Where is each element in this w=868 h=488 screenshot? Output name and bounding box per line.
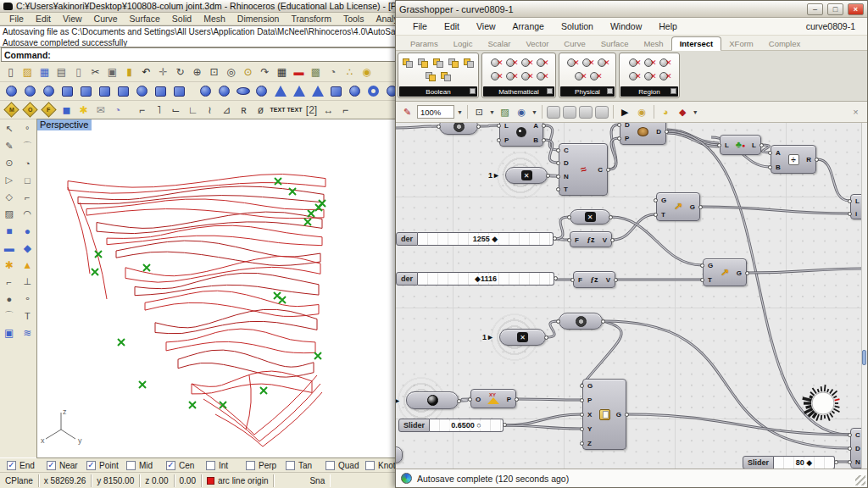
slider-track[interactable]: ◆1116 (418, 272, 554, 286)
zoom-dropdown-icon[interactable]: ▼ (457, 109, 463, 115)
input-pin-P[interactable] (617, 136, 621, 141)
cluster-4-icon[interactable] (595, 106, 609, 119)
sidebar-tool-3-1[interactable]: □ (19, 172, 36, 188)
output-pin-hex-param-2[interactable] (544, 336, 548, 340)
sidebar-tool-5-0[interactable]: ▨ (1, 206, 17, 222)
checkbox-tan[interactable] (286, 461, 295, 470)
sketch-pen-icon[interactable]: ✎ (400, 105, 415, 119)
output-pin-sphere-param[interactable] (457, 399, 461, 403)
named-view-icon[interactable]: ▬ (291, 64, 307, 80)
gh-component-sort-list[interactable]: LL♣● (720, 135, 761, 155)
sidebar-tool-10-1[interactable]: ∘ (19, 291, 36, 307)
gh-component-icon-mathematical-3[interactable]: ✕ (536, 58, 548, 69)
input-pin-L[interactable] (497, 124, 501, 128)
gh-component-icon-boolean-5[interactable] (425, 71, 437, 83)
input-pin-T[interactable] (700, 278, 704, 282)
status-snap[interactable]: Sna (304, 474, 330, 487)
scrollbar-thumb[interactable] (862, 350, 866, 365)
osnap-perp[interactable]: Perp (246, 461, 286, 470)
rhino-menu-tools[interactable]: Tools (337, 14, 370, 24)
gh-component-icon-region-1[interactable]: ✕ (643, 58, 656, 69)
gh-component-evaluate-2[interactable]: FVƒz (573, 271, 615, 288)
dimension-icon-6[interactable]: ʀ (236, 103, 252, 118)
gh-tab-vector[interactable]: Vector (518, 37, 556, 50)
group-expand-icon[interactable] (547, 88, 553, 94)
gh-component-sphere-param[interactable] (406, 391, 459, 409)
export-icon[interactable]: ▯ (70, 64, 86, 80)
solid-primitive-icon-3[interactable] (58, 83, 76, 100)
gh-component-curve-param-a[interactable] (439, 123, 478, 135)
dimension-icon-0[interactable]: ⌐ (134, 103, 150, 118)
tag-f-icon[interactable]: F (40, 102, 58, 119)
resize-grip-icon[interactable] (855, 475, 865, 485)
gh-slider-3[interactable]: Slider0.6500 ○ (398, 419, 504, 432)
checkbox-quad[interactable] (326, 461, 335, 470)
osnap-int[interactable]: Int (206, 461, 246, 470)
lamp-icon[interactable]: ◉ (359, 64, 375, 80)
cut-icon[interactable]: ✂ (87, 64, 103, 80)
rhino-menu-curve[interactable]: Curve (88, 14, 124, 24)
dimension-icon-7[interactable]: ø (253, 103, 269, 118)
gh-component-dispatch[interactable]: LPAB (499, 123, 543, 147)
solid-primitive-icon-7[interactable] (133, 83, 151, 100)
output-pin-C[interactable] (606, 168, 610, 172)
lock-solver-icon[interactable]: ◉ (635, 105, 649, 119)
gh-component-icon-mathematical-7[interactable]: ✕ (536, 71, 548, 83)
zoom-icon[interactable]: ⊕ (189, 64, 205, 80)
group-expand-icon[interactable] (607, 88, 613, 94)
clock-icon[interactable]: ◔ (109, 103, 125, 118)
cluster-3-icon[interactable] (579, 106, 593, 119)
sidebar-tool-7-1[interactable]: ◆ (19, 240, 36, 256)
gh-component-icon-mathematical-6[interactable]: ✕ (520, 71, 533, 83)
solid-primitive-icon-19[interactable] (346, 83, 364, 100)
input-pin-N[interactable] (556, 175, 560, 179)
sidebar-tool-4-1[interactable]: ⌐ (19, 189, 36, 205)
dimension-icon-2[interactable]: ⌙ (168, 103, 184, 118)
sidebar-tool-10-0[interactable]: ● (1, 291, 17, 307)
gh-component-icon-region-4[interactable]: ✕ (643, 71, 656, 83)
rhino-menu-dimension[interactable]: Dimension (231, 14, 286, 24)
solve-play-icon[interactable]: ▶ (618, 105, 632, 119)
gh-component-icon-physical-3[interactable]: ✕ (574, 71, 587, 83)
grasshopper-titlebar[interactable]: Grasshopper - curve0809-1 – □ × (396, 1, 867, 18)
checkbox-end[interactable]: ✓ (7, 461, 16, 470)
gh-component-move-1[interactable]: GTG↗ (656, 192, 700, 221)
output-pin-V[interactable] (610, 238, 615, 242)
output-pin-hex-param-1[interactable] (546, 174, 550, 178)
solid-primitive-icon-16[interactable] (290, 83, 308, 100)
preview-dropdown-icon[interactable]: ▼ (531, 109, 537, 115)
gh-component-icon-boolean-2[interactable] (432, 58, 445, 69)
solid-primitive-icon-6[interactable] (114, 83, 132, 100)
gh-menu-window[interactable]: Window (602, 21, 650, 31)
solid-primitive-icon-20[interactable] (364, 83, 382, 100)
gh-menu-view[interactable]: View (468, 21, 504, 31)
rhino-menu-view[interactable]: View (57, 14, 88, 24)
sidebar-tool-1-1[interactable]: ⌒ (19, 138, 36, 154)
gh-tab-complex[interactable]: Complex (761, 37, 809, 50)
rotate-view-icon[interactable]: ↻ (172, 64, 188, 80)
text-dim-icon[interactable]: TEXT (287, 103, 303, 118)
input-pin-O[interactable] (468, 397, 472, 402)
envelope-icon[interactable]: ✉ (92, 103, 108, 118)
output-pin-R[interactable] (815, 158, 819, 162)
sidebar-tool-9-0[interactable]: ⌐ (1, 274, 17, 290)
gh-component-division[interactable]: ABR÷ (771, 145, 816, 174)
gh-menu-arrange[interactable]: Arrange (504, 21, 553, 31)
gh-component-icon-region-3[interactable]: ✕ (628, 71, 641, 83)
input-pin-X[interactable] (580, 413, 584, 417)
gh-tab-params[interactable]: Params (403, 37, 446, 50)
rhino-menu-solid[interactable]: Solid (166, 14, 198, 24)
canvas-scrollbar[interactable] (861, 123, 867, 469)
gh-component-icon-region-2[interactable]: ✕ (659, 58, 671, 69)
minimize-button[interactable]: – (807, 3, 823, 15)
close-button[interactable]: × (848, 3, 864, 15)
osnap-tan[interactable]: Tan (286, 461, 326, 470)
slider-output-pin[interactable] (834, 460, 838, 464)
input-pin-curve-param-b[interactable] (556, 319, 560, 324)
solid-primitive-icon-13[interactable] (234, 83, 252, 100)
preview-eye-icon[interactable]: ◉ (515, 105, 529, 119)
osnap-cen[interactable]: ✓Cen (166, 461, 206, 470)
snowflake-icon[interactable]: ✱ (75, 103, 92, 118)
output-pin-B[interactable] (542, 138, 546, 142)
input-pin-curve-param-a[interactable] (437, 125, 441, 129)
